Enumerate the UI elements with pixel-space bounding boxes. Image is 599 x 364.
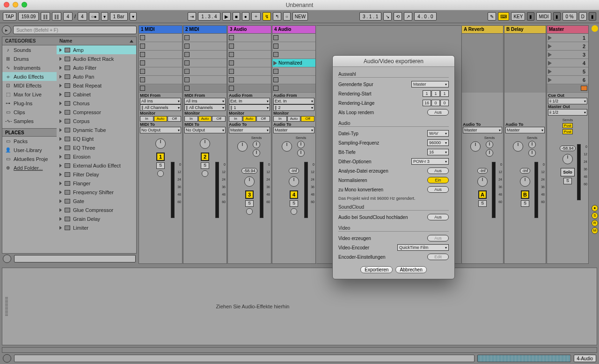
key-map-button[interactable]: KEY [511, 12, 525, 21]
close-window-icon[interactable] [4, 2, 9, 7]
device-item[interactable]: EQ Three [57, 143, 136, 152]
clip-slot[interactable] [228, 59, 271, 67]
solo-button[interactable]: S [563, 178, 572, 184]
clip-slot[interactable] [183, 34, 226, 42]
send-a-knob[interactable] [528, 141, 536, 148]
solo-button[interactable]: S [290, 200, 298, 207]
category-sounds[interactable]: ♪Sounds [2, 45, 57, 54]
solo-button[interactable]: S [156, 162, 165, 169]
category-audio-effects[interactable]: ⟛Audio Effects [2, 72, 57, 81]
output-select[interactable]: Master [463, 127, 502, 133]
arrangement-position[interactable]: 1 . 3 . 4 [198, 12, 220, 21]
monitor-auto[interactable]: Auto [198, 116, 212, 122]
session-record-button[interactable]: ○ [283, 12, 291, 21]
volume-knob[interactable] [200, 138, 210, 149]
category-instruments[interactable]: ∿Instruments [2, 63, 57, 72]
monitor-off[interactable]: Off [168, 116, 181, 122]
device-item[interactable]: External Audio Effect [57, 161, 136, 170]
track-activator[interactable]: 3 [245, 190, 254, 199]
input-channel[interactable]: ∥ All Channels [140, 104, 181, 111]
device-item[interactable]: Audio Effect Rack [57, 54, 136, 63]
draw-mode-button[interactable]: ✎ [488, 12, 496, 21]
category-clips[interactable]: ▭Clips [2, 108, 57, 116]
browser-collapse-icon[interactable]: ▸ [2, 25, 11, 35]
show-sends-toggle[interactable]: ● [592, 205, 598, 211]
clip-slot[interactable]: Normalized [272, 59, 315, 67]
scene-slot[interactable]: 2 [547, 42, 588, 51]
sc-upload-toggle[interactable]: Aus [427, 214, 449, 220]
scene-slot[interactable]: 6 [547, 76, 588, 84]
device-item[interactable]: Corpus [57, 116, 136, 125]
pan-knob[interactable] [282, 141, 292, 152]
category-samples[interactable]: -∿-Samples [2, 116, 57, 125]
device-item[interactable]: Compressor [57, 108, 136, 116]
solo-button[interactable]: S [478, 200, 487, 207]
new-button[interactable]: NEW [292, 12, 308, 21]
category-plug-ins[interactable]: ⊶Plug-Ins [2, 99, 57, 108]
metronome-button[interactable]: ○● [89, 12, 99, 21]
pan-knob[interactable] [513, 141, 523, 152]
clip-slot[interactable] [183, 42, 226, 51]
video-create-toggle[interactable]: Aus [427, 235, 449, 241]
volume-knob[interactable] [289, 176, 299, 187]
clip-slot[interactable] [139, 76, 182, 84]
clip-slot[interactable] [272, 34, 315, 42]
input-channel[interactable]: ∥ All Channels [184, 104, 226, 111]
clip-overview[interactable] [477, 355, 571, 362]
device-item[interactable]: EQ Eight [57, 134, 136, 143]
place-add-folder-[interactable]: ⊕Add Folder... [2, 163, 57, 172]
export-button[interactable]: Exportieren [360, 266, 393, 273]
track-header[interactable]: Master [547, 26, 588, 34]
device-item[interactable]: Beat Repeat [57, 81, 136, 90]
track-activator[interactable]: 4 [290, 190, 298, 199]
monitor-in[interactable]: In [184, 116, 198, 122]
reenable-automation-button[interactable]: ↰ [273, 12, 281, 21]
post-button[interactable]: Post [562, 129, 573, 134]
send-a-knob[interactable] [297, 141, 305, 148]
track-header[interactable]: B Delay [504, 26, 546, 34]
category-max-for-live[interactable]: ⬚Max for Live [2, 90, 57, 99]
clip-slot[interactable] [228, 51, 271, 59]
computer-midi-button[interactable]: ⌨ [498, 12, 509, 21]
bitdepth-select[interactable]: 16 [427, 149, 449, 155]
device-item[interactable]: Chorus [57, 99, 136, 108]
send-a-knob[interactable] [253, 141, 260, 148]
volume-knob[interactable] [477, 176, 488, 187]
track-activator[interactable]: Solo [561, 168, 575, 176]
stop-all-slot[interactable] [183, 84, 226, 93]
monitor-off[interactable]: Off [212, 116, 226, 122]
device-item[interactable]: Erosion [57, 152, 136, 161]
automation-arm-button[interactable]: ↯ [263, 12, 271, 21]
volume-knob[interactable] [520, 176, 530, 187]
input-type[interactable]: All Ins [184, 98, 226, 104]
follow-button[interactable]: ⇥ [188, 12, 196, 21]
clip-slot[interactable] [272, 42, 315, 51]
volume-knob[interactable] [562, 154, 573, 164]
clip-slot[interactable] [139, 42, 182, 51]
samplerate-select[interactable]: 96000 [427, 139, 449, 146]
search-input[interactable] [13, 26, 137, 34]
clip-slot[interactable] [272, 76, 315, 84]
monitor-auto[interactable]: Auto [243, 116, 256, 122]
horizontal-scrollbar[interactable] [2, 347, 597, 353]
clip-slot[interactable] [228, 42, 271, 51]
volume-value[interactable]: -Inf [289, 168, 299, 174]
input-channel[interactable]: ∥ 2 [273, 104, 314, 111]
pan-knob[interactable] [470, 141, 481, 152]
send-b-knob[interactable] [528, 149, 536, 157]
clip-slot[interactable] [228, 67, 271, 76]
stop-all-slot[interactable] [272, 84, 315, 93]
scene-slot[interactable]: 4 [547, 59, 588, 67]
monitor-in[interactable]: In [229, 116, 242, 122]
device-item[interactable]: Cabinet [57, 90, 136, 99]
minimize-window-icon[interactable] [13, 2, 18, 7]
cancel-button[interactable]: Abbrechen [395, 266, 426, 273]
arm-button[interactable] [246, 208, 253, 215]
midi-map-button[interactable]: MIDI [536, 12, 551, 21]
place-aktuelles-proje[interactable]: ▭Aktuelles Proje [2, 154, 57, 163]
clip-slot[interactable] [183, 67, 226, 76]
master-out-select[interactable]: ii 1/2 [548, 109, 587, 116]
tap-tempo-button[interactable]: TAP [3, 12, 16, 21]
record-button[interactable]: ● [242, 12, 249, 21]
stop-all-slot[interactable] [228, 84, 271, 93]
